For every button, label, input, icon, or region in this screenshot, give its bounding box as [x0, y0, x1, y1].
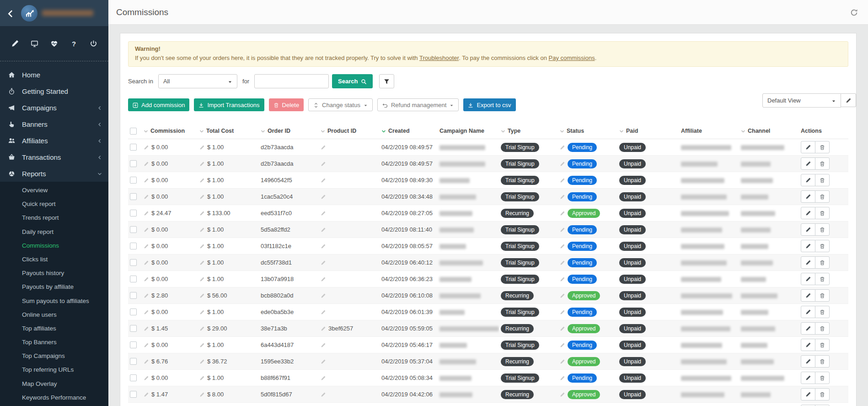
troubleshooter-link[interactable]: Troubleshooter	[419, 54, 459, 61]
sort-icon[interactable]	[321, 128, 325, 134]
pencil-icon[interactable]	[560, 309, 565, 315]
sort-icon[interactable]	[560, 128, 564, 134]
pencil-icon[interactable]	[144, 358, 149, 365]
delete-row-button[interactable]	[815, 289, 830, 302]
sidebar-item-getting-started[interactable]: Getting Started	[0, 83, 108, 99]
pencil-icon[interactable]	[144, 309, 149, 315]
sidebar-subitem-commissions[interactable]: Commissions	[0, 239, 108, 253]
pencil-icon[interactable]	[560, 210, 565, 217]
edit-row-button[interactable]	[801, 273, 815, 285]
pencil-icon[interactable]	[321, 309, 326, 315]
import-transactions-button[interactable]: Import Transactions	[194, 98, 264, 111]
delete-row-button[interactable]	[815, 190, 830, 203]
change-status-dropdown[interactable]: Change status	[308, 98, 373, 111]
sort-icon[interactable]	[144, 128, 148, 134]
select-all-header[interactable]	[128, 123, 142, 139]
sort-icon[interactable]	[381, 128, 386, 134]
filter-button[interactable]	[379, 74, 394, 88]
row-checkbox[interactable]	[130, 341, 137, 348]
sort-icon[interactable]	[199, 128, 204, 134]
sidebar-item-transactions[interactable]: Transactions	[0, 149, 108, 165]
sidebar-subitem-sum-payouts-to-affiliates[interactable]: Sum payouts to affiliates	[0, 294, 108, 308]
pencil-icon[interactable]	[560, 276, 565, 282]
pencil-icon[interactable]	[560, 177, 565, 184]
pencil-icon[interactable]	[199, 325, 204, 332]
delete-row-button[interactable]	[815, 322, 830, 335]
pencil-icon[interactable]	[321, 160, 326, 167]
column-header-type[interactable]: Type	[499, 123, 558, 139]
pencil-icon[interactable]	[560, 193, 565, 200]
search-in-select[interactable]: All	[158, 74, 237, 88]
delete-row-button[interactable]	[815, 339, 830, 351]
pencil-icon[interactable]	[199, 276, 204, 282]
quick-question-button[interactable]: ?	[70, 39, 78, 48]
row-checkbox[interactable]	[130, 177, 137, 184]
pencil-icon[interactable]	[199, 309, 204, 315]
pencil-icon[interactable]	[321, 226, 326, 233]
pencil-icon[interactable]	[560, 160, 565, 167]
pencil-icon[interactable]	[199, 243, 204, 249]
pencil-icon[interactable]	[144, 276, 149, 282]
sidebar-item-banners[interactable]: Banners	[0, 116, 108, 132]
view-selector[interactable]: Default View	[762, 93, 841, 108]
sidebar-subitem-top-referring-urls[interactable]: Top referring URLs	[0, 363, 108, 377]
pencil-icon[interactable]	[321, 292, 326, 299]
edit-row-button[interactable]	[801, 256, 815, 269]
sidebar-subitem-top-campaigns[interactable]: Top Campaigns	[0, 349, 108, 363]
edit-row-button[interactable]	[801, 174, 815, 186]
row-checkbox[interactable]	[130, 309, 137, 315]
row-checkbox[interactable]	[130, 391, 137, 398]
sidebar-collapse-button[interactable]	[0, 7, 21, 19]
column-header-paid[interactable]: Paid	[617, 123, 679, 139]
quick-pencil-button[interactable]	[11, 39, 19, 48]
sidebar-item-campaigns[interactable]: Campaigns	[0, 99, 108, 116]
delete-row-button[interactable]	[815, 240, 830, 252]
column-header-created[interactable]: Created	[380, 123, 438, 139]
pencil-icon[interactable]	[144, 160, 149, 167]
export-csv-button[interactable]: Export to csv	[463, 98, 515, 111]
row-checkbox[interactable]	[130, 374, 137, 381]
pencil-icon[interactable]	[144, 210, 149, 217]
pencil-icon[interactable]	[560, 341, 565, 348]
edit-row-button[interactable]	[801, 339, 815, 351]
delete-button[interactable]: Delete	[269, 98, 304, 111]
pencil-icon[interactable]	[560, 358, 565, 365]
column-header-status[interactable]: Status	[558, 123, 617, 139]
sidebar-subitem-overview[interactable]: Overview	[0, 184, 108, 197]
sidebar-item-home[interactable]: Home	[0, 66, 108, 83]
pencil-icon[interactable]	[321, 358, 326, 365]
pencil-icon[interactable]	[144, 259, 149, 266]
refund-management-dropdown[interactable]: Refund management	[377, 98, 459, 111]
pencil-icon[interactable]	[199, 160, 204, 167]
pencil-icon[interactable]	[321, 144, 326, 151]
quick-heart-pulse-button[interactable]	[50, 39, 58, 48]
edit-row-button[interactable]	[801, 388, 815, 401]
sort-icon[interactable]	[501, 128, 505, 134]
sort-icon[interactable]	[741, 128, 745, 134]
row-checkbox[interactable]	[130, 292, 137, 299]
pencil-icon[interactable]	[199, 193, 204, 200]
edit-row-button[interactable]	[801, 141, 815, 153]
sidebar-subitem-map-overlay[interactable]: Map Overlay	[0, 377, 108, 391]
delete-row-button[interactable]	[815, 174, 830, 186]
pencil-icon[interactable]	[560, 292, 565, 299]
column-header-total-cost[interactable]: Total Cost	[198, 123, 259, 139]
sort-icon[interactable]	[261, 128, 265, 134]
row-checkbox[interactable]	[130, 276, 137, 282]
pencil-icon[interactable]	[199, 210, 204, 217]
sidebar-subitem-quick-report[interactable]: Quick report	[0, 197, 108, 211]
pencil-icon[interactable]	[560, 259, 565, 266]
pencil-icon[interactable]	[560, 374, 565, 381]
pencil-icon[interactable]	[144, 226, 149, 233]
pencil-icon[interactable]	[321, 374, 326, 381]
edit-row-button[interactable]	[801, 289, 815, 302]
pencil-icon[interactable]	[560, 226, 565, 233]
delete-row-button[interactable]	[815, 141, 830, 153]
row-checkbox[interactable]	[130, 325, 137, 332]
pencil-icon[interactable]	[199, 292, 204, 299]
pay-commissions-link[interactable]: Pay commissions	[549, 54, 595, 61]
sort-icon[interactable]	[619, 128, 624, 134]
delete-row-button[interactable]	[815, 223, 830, 236]
row-checkbox[interactable]	[130, 259, 137, 266]
edit-row-button[interactable]	[801, 355, 815, 368]
